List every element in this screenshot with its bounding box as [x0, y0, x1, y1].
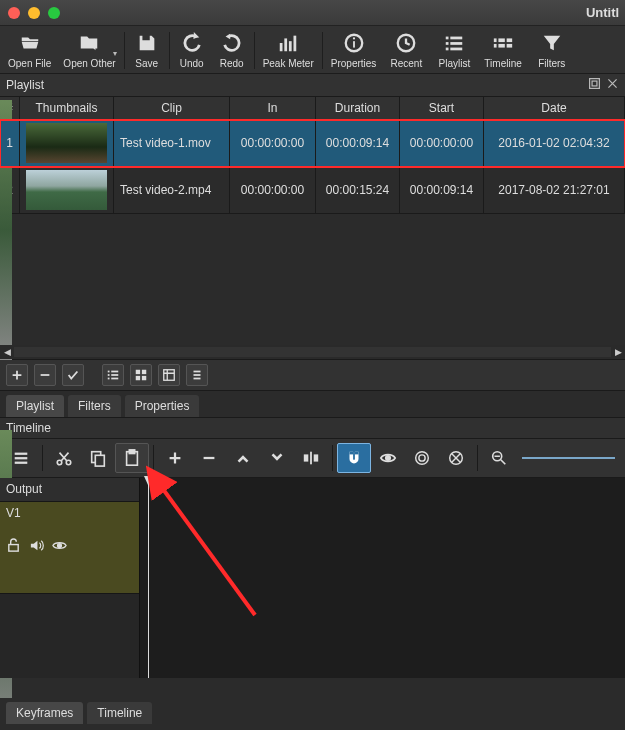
update-item-button[interactable]: [62, 364, 84, 386]
output-track-header[interactable]: Output: [0, 478, 139, 502]
save-button[interactable]: Save: [127, 30, 167, 71]
col-header-in[interactable]: In: [230, 97, 316, 119]
col-header-thumbnails[interactable]: Thumbnails: [20, 97, 114, 119]
eye-icon: [379, 449, 397, 467]
clock-icon: [395, 32, 417, 54]
playlist-menu-button[interactable]: [186, 364, 208, 386]
svg-rect-32: [194, 374, 201, 376]
minimize-window-button[interactable]: [28, 7, 40, 19]
playlist-row[interactable]: 1 Test video-1.mov 00:00:00:00 00:00:09:…: [0, 120, 625, 167]
svg-point-49: [416, 452, 429, 465]
lift-button[interactable]: [226, 443, 260, 473]
view-tiles-button[interactable]: [130, 364, 152, 386]
playhead[interactable]: [148, 478, 149, 678]
timeline-panel-header: Timeline: [0, 418, 625, 439]
svg-rect-35: [15, 457, 28, 459]
add-item-button[interactable]: [6, 364, 28, 386]
scroll-left-icon[interactable]: ◀: [0, 345, 14, 359]
col-header-duration[interactable]: Duration: [316, 97, 400, 119]
svg-rect-12: [446, 48, 449, 51]
chevron-down-icon: [268, 449, 286, 467]
remove-button[interactable]: [192, 443, 226, 473]
playlist-toolbar: [0, 359, 625, 391]
list-icon: [443, 32, 465, 54]
snap-button[interactable]: [337, 443, 371, 473]
ripple-button[interactable]: [405, 443, 439, 473]
svg-rect-5: [353, 41, 355, 47]
svg-rect-1: [285, 38, 288, 51]
svg-rect-2: [289, 41, 292, 51]
chevron-up-icon: [234, 449, 252, 467]
svg-rect-40: [95, 455, 104, 466]
clipboard-icon: [123, 449, 141, 467]
svg-rect-30: [164, 370, 175, 381]
window-title: Untitl: [0, 5, 625, 20]
svg-point-50: [419, 455, 425, 461]
scrub-audio-button[interactable]: [371, 443, 405, 473]
playlist-empty-area[interactable]: [0, 214, 625, 344]
tab-properties[interactable]: Properties: [125, 395, 200, 417]
panel-tabbar: Playlist Filters Properties: [0, 391, 625, 418]
svg-rect-43: [304, 454, 309, 461]
redo-button[interactable]: Redo: [212, 30, 252, 71]
eye-icon[interactable]: [52, 538, 67, 553]
split-button[interactable]: [294, 443, 328, 473]
svg-rect-23: [111, 374, 118, 376]
tab-filters[interactable]: Filters: [68, 395, 121, 417]
svg-rect-16: [497, 37, 499, 50]
svg-rect-22: [108, 374, 110, 376]
col-header-start[interactable]: Start: [400, 97, 484, 119]
filters-button[interactable]: Filters: [528, 30, 576, 71]
close-panel-icon[interactable]: [606, 77, 619, 90]
recent-button[interactable]: Recent: [382, 30, 430, 71]
col-header-clip[interactable]: Clip: [114, 97, 230, 119]
zoom-slider[interactable]: [516, 457, 621, 459]
svg-rect-10: [446, 42, 449, 45]
open-other-icon: [78, 32, 100, 54]
window-titlebar: Untitl: [0, 0, 625, 26]
tab-playlist[interactable]: Playlist: [6, 395, 64, 417]
timeline-track-headers: Output V1: [0, 478, 140, 678]
close-window-button[interactable]: [8, 7, 20, 19]
timeline-tracks-area[interactable]: [140, 478, 625, 678]
speaker-icon[interactable]: [29, 538, 44, 553]
playlist-row[interactable]: 2 Test video-2.mp4 00:00:00:00 00:00:15:…: [0, 167, 625, 214]
undo-icon: [181, 32, 203, 54]
paste-button[interactable]: [115, 443, 149, 473]
scroll-right-icon[interactable]: ▶: [611, 345, 625, 359]
svg-rect-13: [451, 48, 463, 51]
copy-button[interactable]: [81, 443, 115, 473]
peak-meter-button[interactable]: Peak Meter: [257, 30, 320, 71]
tab-timeline-bottom[interactable]: Timeline: [87, 702, 152, 724]
track-label: V1: [6, 506, 21, 520]
svg-rect-0: [280, 43, 283, 51]
undo-button[interactable]: Undo: [172, 30, 212, 71]
properties-button[interactable]: Properties: [325, 30, 383, 71]
undock-icon[interactable]: [588, 77, 601, 90]
open-other-button[interactable]: Open Other ▾: [57, 30, 121, 71]
target-icon: [413, 449, 431, 467]
horizontal-scrollbar[interactable]: ◀ ▶: [0, 345, 625, 359]
clip-duration: 00:00:15:24: [316, 167, 400, 213]
cut-button[interactable]: [47, 443, 81, 473]
clip-in: 00:00:00:00: [230, 167, 316, 213]
lock-open-icon[interactable]: [6, 538, 21, 553]
playlist-button[interactable]: Playlist: [430, 30, 478, 71]
svg-rect-31: [194, 371, 201, 373]
view-icons-button[interactable]: [158, 364, 180, 386]
timeline-button[interactable]: Timeline: [478, 30, 527, 71]
peak-meter-icon: [277, 32, 299, 54]
zoom-out-button[interactable]: [482, 443, 516, 473]
append-button[interactable]: [158, 443, 192, 473]
svg-rect-36: [15, 462, 28, 464]
remove-item-button[interactable]: [34, 364, 56, 386]
tab-keyframes[interactable]: Keyframes: [6, 702, 83, 724]
overwrite-button[interactable]: [260, 443, 294, 473]
col-header-date[interactable]: Date: [484, 97, 625, 119]
ripple-all-button[interactable]: [439, 443, 473, 473]
zoom-window-button[interactable]: [48, 7, 60, 19]
video-track-header[interactable]: V1: [0, 502, 139, 594]
svg-rect-29: [142, 376, 146, 380]
open-file-button[interactable]: Open File: [2, 30, 57, 71]
view-list-button[interactable]: [102, 364, 124, 386]
